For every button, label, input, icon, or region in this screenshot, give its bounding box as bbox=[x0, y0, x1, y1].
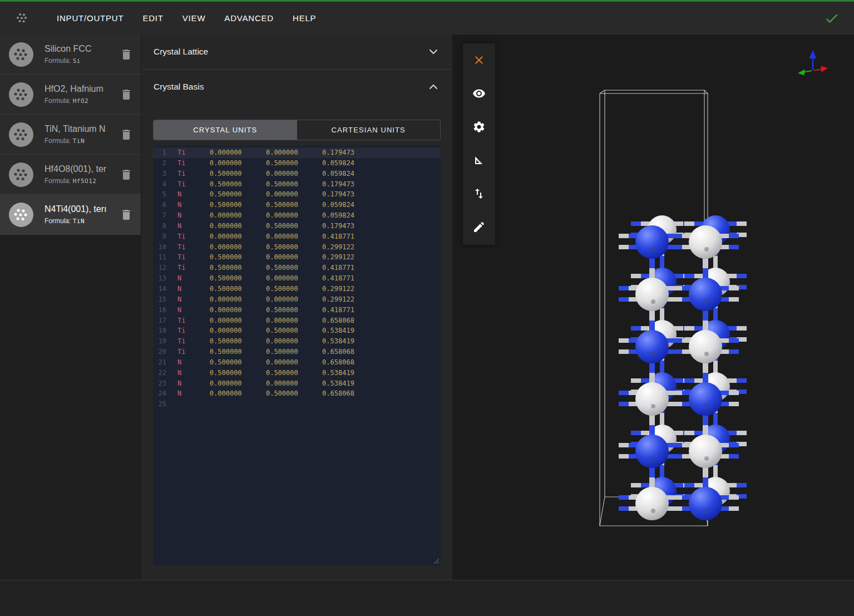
basis-line: 9Ti 0.000000 0.000000 0.418771 bbox=[153, 231, 441, 242]
material-item-hf4o8-001[interactable]: Hf4O8(001), ter Formula: Hf5O12 bbox=[0, 155, 141, 195]
settings-button[interactable] bbox=[463, 110, 495, 144]
swap-axes-button[interactable] bbox=[463, 177, 495, 210]
basis-line: 23N 0.000000 0.000000 0.538419 bbox=[153, 378, 441, 389]
resize-grip[interactable] bbox=[432, 557, 440, 564]
section-title: Crystal Basis bbox=[154, 82, 204, 92]
material-item-hfo2[interactable]: HfO2, Hafnium Formula: HfO2 bbox=[0, 75, 141, 115]
basis-line: 5N 0.500000 0.000000 0.179473 bbox=[153, 189, 441, 200]
app-logo-icon bbox=[15, 11, 29, 26]
material-avatar-icon bbox=[9, 122, 33, 147]
x-axis-arrow bbox=[821, 66, 828, 72]
swap-vertical-icon bbox=[472, 187, 486, 200]
chevron-up-icon bbox=[429, 84, 438, 90]
material-name: TiN, Titanium N bbox=[45, 124, 120, 134]
save-check-icon[interactable] bbox=[824, 11, 840, 26]
delete-material-icon[interactable] bbox=[120, 48, 133, 61]
formula-value: Hf5O12 bbox=[73, 178, 97, 185]
basis-line: 3Ti 0.500000 0.000000 0.059824 bbox=[153, 169, 441, 179]
pencil-icon bbox=[472, 220, 486, 234]
material-item-n4ti4-001-selected[interactable]: N4Ti4(001), terı Formula: TiN bbox=[0, 195, 141, 235]
formula-value: TiN bbox=[73, 137, 85, 145]
eye-icon bbox=[472, 87, 486, 100]
y-axis-arrow bbox=[798, 70, 805, 76]
edit-button[interactable] bbox=[463, 210, 495, 244]
menu-bar: INPUT/OUTPUT EDIT VIEW ADVANCED HELP bbox=[0, 2, 854, 35]
material-avatar-icon bbox=[9, 162, 33, 187]
basis-line-empty: 25 bbox=[153, 399, 441, 410]
material-name: HfO2, Hafnium bbox=[45, 84, 120, 94]
formula-label: Formula: bbox=[45, 217, 71, 225]
viewer-toolbar bbox=[463, 43, 495, 245]
axes-gizmo bbox=[795, 47, 831, 82]
delete-material-icon[interactable] bbox=[120, 168, 133, 181]
material-avatar-icon bbox=[9, 42, 33, 67]
gear-icon bbox=[472, 120, 486, 134]
material-avatar-icon bbox=[9, 82, 33, 107]
formula-value: HfO2 bbox=[73, 97, 89, 105]
basis-coordinates-editor[interactable]: 1Ti 0.000000 0.000000 0.1794732Ti 0.0000… bbox=[153, 146, 441, 565]
basis-line: 11Ti 0.500000 0.000000 0.299122 bbox=[153, 252, 441, 263]
materials-list: Silicon FCC Formula: Si HfO2, Hafnium Fo… bbox=[0, 35, 141, 580]
close-button[interactable] bbox=[463, 43, 495, 77]
main-menu: INPUT/OUTPUT EDIT VIEW ADVANCED HELP bbox=[47, 13, 325, 23]
basis-line: 12Ti 0.500000 0.500000 0.418771 bbox=[153, 263, 441, 273]
structure-editor-panel: Crystal Lattice Crystal Basis CRYSTAL UN… bbox=[141, 35, 453, 580]
delete-material-icon[interactable] bbox=[120, 128, 133, 141]
material-item-silicon-fcc[interactable]: Silicon FCC Formula: Si bbox=[0, 35, 141, 75]
material-name: Hf4O8(001), ter bbox=[45, 164, 120, 174]
formula-value: TiN bbox=[73, 218, 85, 225]
basis-line: 1Ti 0.000000 0.000000 0.179473 bbox=[153, 147, 441, 158]
basis-line: 10Ti 0.000000 0.500000 0.299122 bbox=[153, 242, 441, 253]
basis-line: 13N 0.500000 0.000000 0.418771 bbox=[153, 273, 441, 284]
crystal-3d-scene[interactable] bbox=[453, 35, 854, 580]
tab-crystal-units[interactable]: CRYSTAL UNITS bbox=[154, 120, 297, 140]
section-title: Crystal Lattice bbox=[154, 47, 208, 57]
section-crystal-lattice[interactable]: Crystal Lattice bbox=[141, 35, 452, 69]
material-avatar-icon bbox=[9, 203, 33, 227]
measure-ruler-icon bbox=[472, 154, 486, 167]
menu-input-output[interactable]: INPUT/OUTPUT bbox=[47, 13, 133, 23]
formula-label: Formula: bbox=[45, 177, 71, 185]
menu-edit[interactable]: EDIT bbox=[133, 13, 172, 23]
visibility-button[interactable] bbox=[463, 77, 495, 110]
chevron-down-icon bbox=[429, 49, 438, 55]
menu-view[interactable]: VIEW bbox=[173, 13, 215, 23]
basis-line: 24N 0.000000 0.500000 0.658068 bbox=[153, 388, 441, 399]
basis-line: 2Ti 0.000000 0.500000 0.059824 bbox=[153, 158, 441, 169]
close-icon bbox=[472, 53, 486, 67]
measure-button[interactable] bbox=[463, 144, 495, 177]
tab-cartesian-units[interactable]: CARTESIAN UNITS bbox=[297, 120, 441, 140]
delete-material-icon[interactable] bbox=[120, 208, 133, 221]
materials-designer-app: INPUT/OUTPUT EDIT VIEW ADVANCED HELP Sil… bbox=[0, 0, 854, 616]
basis-line: 18Ti 0.000000 0.500000 0.538419 bbox=[153, 326, 441, 336]
basis-line: 17Ti 0.000000 0.000000 0.658068 bbox=[153, 316, 441, 326]
material-name: Silicon FCC bbox=[45, 44, 120, 54]
basis-line: 15N 0.000000 0.000000 0.299122 bbox=[153, 294, 441, 305]
basis-line: 4Ti 0.500000 0.500000 0.179473 bbox=[153, 179, 441, 190]
formula-value: Si bbox=[73, 57, 81, 65]
delete-material-icon[interactable] bbox=[120, 88, 133, 101]
basis-line: 20Ti 0.500000 0.500000 0.658068 bbox=[153, 347, 441, 357]
basis-line: 16N 0.000000 0.500000 0.418771 bbox=[153, 305, 441, 316]
units-tab-group: CRYSTAL UNITS CARTESIAN UNITS bbox=[153, 120, 441, 140]
basis-line: 14N 0.500000 0.500000 0.299122 bbox=[153, 284, 441, 294]
basis-line: 21N 0.500000 0.000000 0.658068 bbox=[153, 357, 441, 368]
material-item-tin[interactable]: TiN, Titanium N Formula: TiN bbox=[0, 115, 141, 155]
material-name: N4Ti4(001), terı bbox=[45, 204, 120, 214]
z-axis-arrow bbox=[809, 50, 817, 58]
formula-label: Formula: bbox=[45, 97, 71, 105]
structure-3d-viewer bbox=[453, 35, 854, 580]
section-crystal-basis[interactable]: Crystal Basis bbox=[141, 70, 452, 104]
basis-line: 22N 0.500000 0.500000 0.538419 bbox=[153, 368, 441, 378]
basis-line: 6N 0.500000 0.500000 0.059824 bbox=[153, 200, 441, 210]
formula-label: Formula: bbox=[45, 137, 71, 145]
formula-label: Formula: bbox=[45, 57, 71, 65]
menu-advanced[interactable]: ADVANCED bbox=[215, 13, 283, 23]
basis-line: 19Ti 0.500000 0.000000 0.538419 bbox=[153, 336, 441, 347]
footer-bar bbox=[0, 580, 854, 616]
menu-help[interactable]: HELP bbox=[283, 13, 325, 23]
basis-editor-lines: 1Ti 0.000000 0.000000 0.1794732Ti 0.0000… bbox=[153, 146, 441, 410]
basis-line: 8N 0.000000 0.500000 0.179473 bbox=[153, 221, 441, 231]
basis-line: 7N 0.000000 0.000000 0.059824 bbox=[153, 210, 441, 221]
